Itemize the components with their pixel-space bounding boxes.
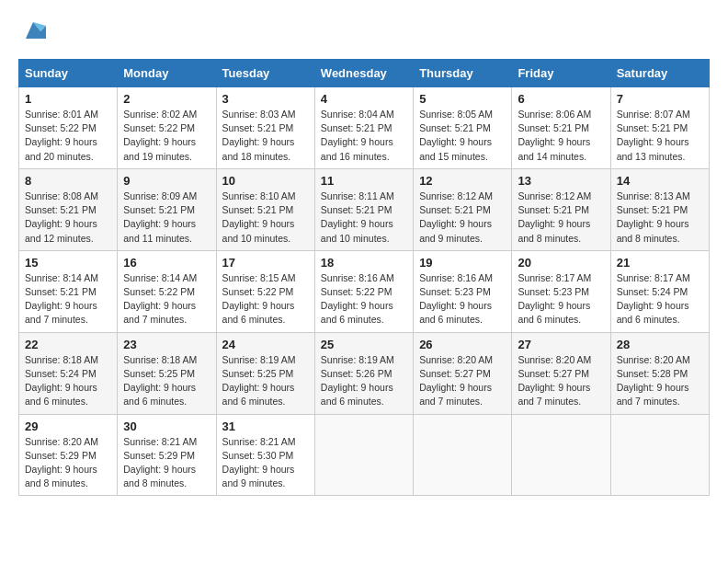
day-info: Sunrise: 8:18 AMSunset: 5:25 PMDaylight:… [123, 353, 210, 409]
day-number: 10 [222, 174, 309, 188]
day-number: 25 [321, 338, 407, 351]
day-number: 4 [321, 92, 407, 106]
calendar-cell: 17Sunrise: 8:15 AMSunset: 5:22 PMDayligh… [216, 250, 314, 332]
calendar-cell: 4Sunrise: 8:04 AMSunset: 5:21 PMDaylight… [314, 87, 413, 169]
calendar-header-row: SundayMondayTuesdayWednesdayThursdayFrid… [19, 60, 710, 87]
day-number: 27 [518, 338, 604, 351]
calendar-week-row: 22Sunrise: 8:18 AMSunset: 5:24 PMDayligh… [19, 332, 710, 414]
day-info: Sunrise: 8:06 AMSunset: 5:21 PMDaylight:… [518, 108, 604, 164]
day-number: 3 [222, 92, 309, 106]
calendar-day-header: Thursday [414, 60, 512, 87]
day-info: Sunrise: 8:04 AMSunset: 5:21 PMDaylight:… [321, 108, 407, 164]
calendar-day-header: Tuesday [216, 60, 314, 87]
calendar-cell: 14Sunrise: 8:13 AMSunset: 5:21 PMDayligh… [610, 168, 709, 250]
day-info: Sunrise: 8:11 AMSunset: 5:21 PMDaylight:… [321, 190, 407, 246]
calendar-cell: 12Sunrise: 8:12 AMSunset: 5:21 PMDayligh… [414, 168, 512, 250]
day-number: 28 [617, 338, 703, 351]
calendar-cell: 27Sunrise: 8:20 AMSunset: 5:27 PMDayligh… [512, 332, 610, 414]
day-info: Sunrise: 8:10 AMSunset: 5:21 PMDaylight:… [222, 190, 309, 246]
day-number: 18 [321, 256, 407, 270]
calendar-cell: 18Sunrise: 8:16 AMSunset: 5:22 PMDayligh… [314, 250, 413, 332]
calendar-cell: 21Sunrise: 8:17 AMSunset: 5:24 PMDayligh… [610, 250, 709, 332]
day-number: 31 [222, 419, 309, 433]
day-info: Sunrise: 8:03 AMSunset: 5:21 PMDaylight:… [222, 108, 309, 164]
calendar-cell: 1Sunrise: 8:01 AMSunset: 5:22 PMDaylight… [19, 87, 118, 169]
day-number: 21 [617, 256, 703, 270]
calendar-cell: 13Sunrise: 8:12 AMSunset: 5:21 PMDayligh… [512, 168, 610, 250]
calendar-cell: 22Sunrise: 8:18 AMSunset: 5:24 PMDayligh… [19, 332, 118, 414]
day-number: 1 [25, 92, 111, 106]
calendar-cell: 10Sunrise: 8:10 AMSunset: 5:21 PMDayligh… [216, 168, 314, 250]
calendar-cell: 30Sunrise: 8:21 AMSunset: 5:29 PMDayligh… [118, 414, 216, 496]
calendar-cell: 29Sunrise: 8:20 AMSunset: 5:29 PMDayligh… [19, 414, 118, 496]
day-number: 12 [419, 174, 506, 188]
calendar-cell: 24Sunrise: 8:19 AMSunset: 5:25 PMDayligh… [216, 332, 314, 414]
day-number: 29 [25, 419, 111, 433]
day-info: Sunrise: 8:16 AMSunset: 5:23 PMDaylight:… [419, 271, 506, 327]
day-number: 17 [222, 256, 309, 270]
day-info: Sunrise: 8:16 AMSunset: 5:22 PMDaylight:… [321, 271, 407, 327]
page-header [18, 18, 710, 44]
calendar-cell: 25Sunrise: 8:19 AMSunset: 5:26 PMDayligh… [314, 332, 413, 414]
calendar-table: SundayMondayTuesdayWednesdayThursdayFrid… [18, 59, 710, 496]
day-number: 30 [123, 419, 210, 433]
logo-icon [20, 18, 46, 44]
day-info: Sunrise: 8:20 AMSunset: 5:28 PMDaylight:… [617, 353, 703, 409]
day-number: 26 [419, 338, 506, 351]
day-number: 11 [321, 174, 407, 188]
calendar-week-row: 15Sunrise: 8:14 AMSunset: 5:21 PMDayligh… [19, 250, 710, 332]
calendar-cell [414, 414, 512, 496]
calendar-day-header: Monday [118, 60, 216, 87]
calendar-day-header: Sunday [19, 60, 118, 87]
day-info: Sunrise: 8:14 AMSunset: 5:22 PMDaylight:… [123, 271, 210, 327]
day-info: Sunrise: 8:17 AMSunset: 5:23 PMDaylight:… [518, 271, 604, 327]
day-info: Sunrise: 8:21 AMSunset: 5:30 PMDaylight:… [222, 435, 309, 491]
calendar-cell: 8Sunrise: 8:08 AMSunset: 5:21 PMDaylight… [19, 168, 118, 250]
day-info: Sunrise: 8:20 AMSunset: 5:27 PMDaylight:… [419, 353, 506, 409]
day-number: 7 [617, 92, 703, 106]
day-info: Sunrise: 8:20 AMSunset: 5:27 PMDaylight:… [518, 353, 604, 409]
day-number: 6 [518, 92, 604, 106]
calendar-cell: 5Sunrise: 8:05 AMSunset: 5:21 PMDaylight… [414, 87, 512, 169]
day-number: 23 [123, 338, 210, 351]
day-info: Sunrise: 8:18 AMSunset: 5:24 PMDaylight:… [25, 353, 111, 409]
calendar-week-row: 1Sunrise: 8:01 AMSunset: 5:22 PMDaylight… [19, 87, 710, 169]
day-info: Sunrise: 8:12 AMSunset: 5:21 PMDaylight:… [419, 190, 506, 246]
day-info: Sunrise: 8:02 AMSunset: 5:22 PMDaylight:… [123, 108, 210, 164]
day-info: Sunrise: 8:21 AMSunset: 5:29 PMDaylight:… [123, 435, 210, 491]
day-number: 13 [518, 174, 604, 188]
calendar-cell: 15Sunrise: 8:14 AMSunset: 5:21 PMDayligh… [19, 250, 118, 332]
calendar-cell: 26Sunrise: 8:20 AMSunset: 5:27 PMDayligh… [414, 332, 512, 414]
calendar-cell: 7Sunrise: 8:07 AMSunset: 5:21 PMDaylight… [610, 87, 709, 169]
calendar-cell: 31Sunrise: 8:21 AMSunset: 5:30 PMDayligh… [216, 414, 314, 496]
day-info: Sunrise: 8:19 AMSunset: 5:26 PMDaylight:… [321, 353, 407, 409]
day-number: 14 [617, 174, 703, 188]
calendar-cell: 23Sunrise: 8:18 AMSunset: 5:25 PMDayligh… [118, 332, 216, 414]
calendar-day-header: Friday [512, 60, 610, 87]
day-number: 20 [518, 256, 604, 270]
day-number: 24 [222, 338, 309, 351]
calendar-cell: 20Sunrise: 8:17 AMSunset: 5:23 PMDayligh… [512, 250, 610, 332]
calendar-cell: 3Sunrise: 8:03 AMSunset: 5:21 PMDaylight… [216, 87, 314, 169]
day-info: Sunrise: 8:05 AMSunset: 5:21 PMDaylight:… [419, 108, 506, 164]
calendar-cell: 11Sunrise: 8:11 AMSunset: 5:21 PMDayligh… [314, 168, 413, 250]
day-number: 8 [25, 174, 111, 188]
day-number: 22 [25, 338, 111, 351]
day-info: Sunrise: 8:01 AMSunset: 5:22 PMDaylight:… [25, 108, 111, 164]
calendar-day-header: Saturday [610, 60, 709, 87]
calendar-cell [512, 414, 610, 496]
day-info: Sunrise: 8:19 AMSunset: 5:25 PMDaylight:… [222, 353, 309, 409]
day-number: 15 [25, 256, 111, 270]
calendar-week-row: 29Sunrise: 8:20 AMSunset: 5:29 PMDayligh… [19, 414, 710, 496]
calendar-cell: 9Sunrise: 8:09 AMSunset: 5:21 PMDaylight… [118, 168, 216, 250]
day-info: Sunrise: 8:17 AMSunset: 5:24 PMDaylight:… [617, 271, 703, 327]
calendar-cell: 16Sunrise: 8:14 AMSunset: 5:22 PMDayligh… [118, 250, 216, 332]
logo [18, 18, 46, 44]
calendar-week-row: 8Sunrise: 8:08 AMSunset: 5:21 PMDaylight… [19, 168, 710, 250]
calendar-cell: 19Sunrise: 8:16 AMSunset: 5:23 PMDayligh… [414, 250, 512, 332]
day-info: Sunrise: 8:12 AMSunset: 5:21 PMDaylight:… [518, 190, 604, 246]
calendar-cell: 28Sunrise: 8:20 AMSunset: 5:28 PMDayligh… [610, 332, 709, 414]
day-number: 16 [123, 256, 210, 270]
day-info: Sunrise: 8:20 AMSunset: 5:29 PMDaylight:… [25, 435, 111, 491]
day-number: 19 [419, 256, 506, 270]
